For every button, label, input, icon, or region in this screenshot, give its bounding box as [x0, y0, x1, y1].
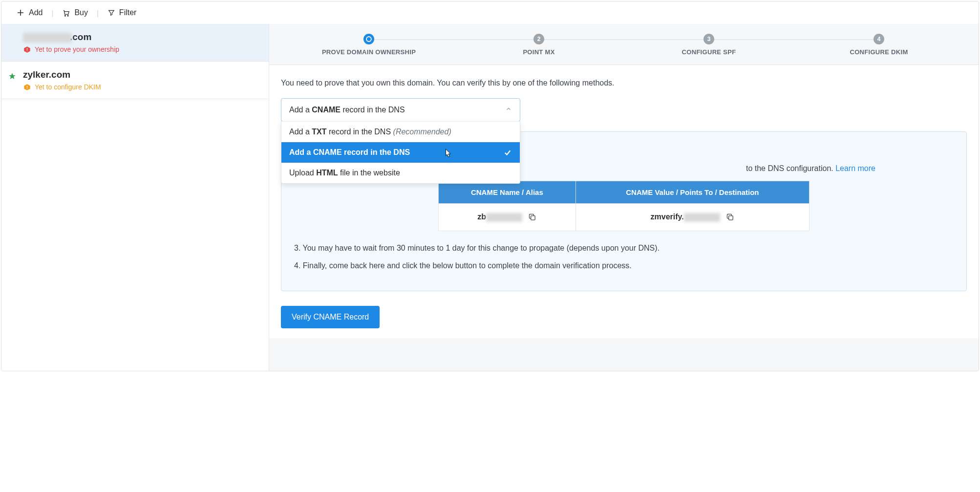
blurred-text — [684, 213, 720, 222]
option-html-upload[interactable]: Upload HTML file in the website — [281, 163, 520, 183]
alert-icon — [23, 45, 31, 53]
status-text: Yet to prove your ownership — [35, 45, 119, 53]
buy-label: Buy — [74, 8, 88, 17]
buy-button[interactable]: Buy — [62, 8, 88, 17]
step-configure-spf[interactable]: 3 CONFIGURE SPF — [624, 34, 794, 56]
instruction-step-3: 3. You may have to wait from 30 minutes … — [294, 244, 954, 253]
step-point-mx[interactable]: 2 POINT MX — [454, 34, 624, 56]
svg-point-2 — [65, 15, 66, 16]
cname-value-cell: zmverify. — [575, 204, 809, 231]
top-toolbar: Add | Buy | Filter — [1, 1, 979, 24]
dropdown-value: Add a CNAME record in the DNS — [289, 106, 405, 114]
col-cname-value: CNAME Value / Points To / Destination — [575, 181, 809, 204]
panel-body: You need to prove that you own this doma… — [269, 65, 979, 338]
option-txt-record[interactable]: Add a TXT record in the DNS (Recommended… — [281, 122, 520, 142]
domain-row[interactable]: zylker.com Yet to configure DKIM — [1, 62, 269, 99]
verification-method-dropdown[interactable]: Add a CNAME record in the DNS Add a TXT … — [281, 98, 520, 122]
dropdown-menu: Add a TXT record in the DNS (Recommended… — [281, 121, 520, 184]
domain-name: .com — [23, 32, 257, 43]
add-label: Add — [29, 8, 43, 17]
instruction-step-4: 4. Finally, come back here and click the… — [294, 261, 954, 270]
svg-rect-11 — [531, 216, 535, 220]
domain-name: zylker.com — [23, 69, 257, 80]
step-prove-ownership[interactable]: PROVE DOMAIN OWNERSHIP — [284, 34, 454, 56]
cart-icon — [62, 9, 70, 17]
domain-row[interactable]: .com Yet to prove your ownership — [1, 24, 269, 62]
stepper: PROVE DOMAIN OWNERSHIP 2 POINT MX 3 CONF… — [269, 24, 979, 65]
learn-more-link[interactable]: Learn more — [835, 164, 875, 172]
cname-table: CNAME Name / Alias CNAME Value / Points … — [438, 181, 810, 231]
step-circle: 2 — [533, 34, 544, 44]
domain-sidebar: .com Yet to prove your ownership zylker.… — [1, 24, 269, 371]
separator: | — [51, 9, 53, 17]
filter-label: Filter — [119, 8, 137, 17]
content-area: .com Yet to prove your ownership zylker.… — [1, 24, 979, 371]
svg-point-3 — [67, 15, 68, 16]
blurred-text — [23, 33, 72, 43]
svg-marker-7 — [9, 73, 15, 79]
step-circle: 3 — [703, 34, 714, 44]
filter-button[interactable]: Filter — [107, 8, 137, 17]
step-label: CONFIGURE SPF — [682, 48, 736, 56]
svg-rect-9 — [26, 86, 27, 87]
verify-cname-button[interactable]: Verify CNAME Record — [281, 306, 380, 328]
cname-alias-cell: zb — [439, 204, 576, 231]
copy-button[interactable] — [726, 213, 734, 221]
plus-icon — [16, 8, 25, 17]
dropdown-trigger[interactable]: Add a CNAME record in the DNS — [281, 98, 520, 122]
step-label: POINT MX — [523, 48, 554, 56]
step-configure-dkim[interactable]: 4 CONFIGURE DKIM — [794, 34, 964, 56]
add-button[interactable]: Add — [16, 8, 43, 17]
copy-button[interactable] — [528, 213, 536, 221]
alert-icon — [23, 83, 31, 91]
svg-rect-6 — [26, 50, 27, 51]
blurred-text — [486, 213, 522, 222]
main-panel: PROVE DOMAIN OWNERSHIP 2 POINT MX 3 CONF… — [269, 24, 979, 371]
col-cname-alias: CNAME Name / Alias — [439, 181, 576, 204]
separator: | — [97, 9, 99, 17]
step-label: CONFIGURE DKIM — [850, 48, 908, 56]
svg-rect-5 — [26, 48, 27, 50]
step-label: PROVE DOMAIN OWNERSHIP — [322, 48, 416, 56]
svg-rect-12 — [729, 216, 733, 220]
step-circle: 4 — [873, 34, 884, 44]
star-icon — [8, 72, 16, 82]
chevron-up-icon — [505, 106, 512, 114]
check-icon — [503, 148, 512, 157]
step-circle — [363, 34, 374, 44]
domain-status: Yet to prove your ownership — [23, 45, 257, 53]
intro-text: You need to prove that you own this doma… — [281, 79, 967, 87]
status-text: Yet to configure DKIM — [35, 83, 101, 91]
svg-rect-10 — [26, 88, 27, 88]
domain-status: Yet to configure DKIM — [23, 83, 257, 91]
app-frame: Add | Buy | Filter .com Yet to prove yo — [1, 1, 979, 371]
option-cname-record[interactable]: Add a CNAME record in the DNS — [281, 142, 520, 163]
filter-icon — [107, 9, 115, 17]
